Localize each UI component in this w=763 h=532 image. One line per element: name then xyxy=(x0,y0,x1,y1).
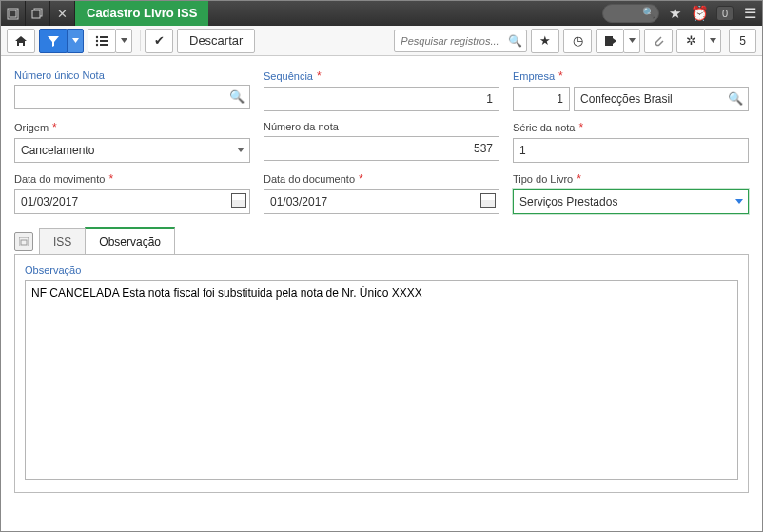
svg-rect-9 xyxy=(100,44,108,46)
form-area: Número único Nota 🔍 Sequência* Empresa* xyxy=(1,56,762,227)
export-dropdown[interactable] xyxy=(623,29,640,53)
collapse-tabs-button[interactable] xyxy=(14,232,33,251)
window-close-icon[interactable]: ✕ xyxy=(50,1,75,26)
origem-select[interactable]: Cancelamento xyxy=(14,138,250,163)
toolbar: ✔ Descartar 🔍 ★ ◷ ✲ 5 xyxy=(1,26,762,56)
svg-rect-5 xyxy=(100,36,108,38)
window-title: Cadastro Livro ISS xyxy=(75,1,208,26)
svg-point-4 xyxy=(96,35,98,37)
notification-badge[interactable]: 0 xyxy=(716,6,734,21)
data-mov-label: Data do movimento* xyxy=(14,172,250,186)
search-icon: 🔍 xyxy=(508,34,522,48)
tipo-livro-select[interactable]: Serviços Prestados xyxy=(513,189,749,214)
favorite-button[interactable]: ★ xyxy=(531,29,559,53)
numero-nota-input[interactable] xyxy=(264,136,499,161)
titlebar: ✕ Cadastro Livro ISS 🔍 ★ ⏰ 0 ☰ xyxy=(1,1,762,26)
svg-rect-12 xyxy=(21,240,27,245)
tab-iss[interactable]: ISS xyxy=(39,228,86,254)
svg-rect-1 xyxy=(10,10,16,17)
export-button[interactable] xyxy=(596,29,624,53)
origem-label: Origem* xyxy=(14,121,250,134)
settings-dropdown[interactable] xyxy=(704,29,721,53)
svg-rect-3 xyxy=(32,10,40,18)
calendar-icon[interactable] xyxy=(231,193,246,208)
search-records[interactable]: 🔍 xyxy=(394,30,527,52)
calendar-icon[interactable] xyxy=(480,193,496,208)
confirm-button[interactable]: ✔ xyxy=(145,29,173,53)
list-button[interactable] xyxy=(88,29,116,53)
sequencia-input[interactable] xyxy=(264,87,499,111)
observacao-textarea[interactable] xyxy=(25,280,738,480)
discard-button[interactable]: Descartar xyxy=(177,29,255,53)
data-doc-label: Data do documento* xyxy=(264,172,499,186)
data-mov-input[interactable] xyxy=(14,189,250,214)
observacao-label: Observação xyxy=(25,265,738,276)
filter-dropdown[interactable] xyxy=(67,29,84,53)
timer-button[interactable]: ◷ xyxy=(563,29,592,53)
topbar-search[interactable]: 🔍 xyxy=(602,4,659,23)
tab-panel-observacao: Observação xyxy=(14,254,749,493)
numero-nota-label: Número da nota xyxy=(264,121,499,132)
empresa-name-input[interactable] xyxy=(574,87,749,111)
svg-point-8 xyxy=(96,43,98,45)
empresa-code-input[interactable] xyxy=(513,87,570,111)
serie-nota-input[interactable] xyxy=(513,138,749,163)
search-icon: 🔍 xyxy=(642,7,655,19)
svg-rect-10 xyxy=(605,36,613,46)
numero-unico-input[interactable] xyxy=(14,85,250,109)
sequencia-label: Sequência* xyxy=(264,69,499,83)
data-doc-input[interactable] xyxy=(264,189,499,214)
filter-button[interactable] xyxy=(39,29,68,53)
settings-button[interactable]: ✲ xyxy=(676,29,705,53)
empresa-label: Empresa* xyxy=(513,69,749,83)
menu-icon[interactable]: ☰ xyxy=(737,1,762,26)
numero-unico-label: Número único Nota xyxy=(14,69,250,81)
record-counter: 5 xyxy=(729,29,756,53)
home-button[interactable] xyxy=(7,29,35,53)
alarm-icon[interactable]: ⏰ xyxy=(688,1,713,26)
star-icon[interactable]: ★ xyxy=(663,1,688,26)
svg-rect-7 xyxy=(100,40,108,42)
window-fullscreen-icon[interactable] xyxy=(1,1,26,26)
serie-nota-label: Série da nota* xyxy=(513,121,749,134)
search-records-input[interactable] xyxy=(394,30,527,52)
tab-observacao[interactable]: Observação xyxy=(85,227,175,254)
window-restore-icon[interactable] xyxy=(26,1,50,26)
list-dropdown[interactable] xyxy=(115,29,132,53)
attachment-button[interactable] xyxy=(644,29,673,53)
svg-point-6 xyxy=(96,39,98,41)
tipo-livro-label: Tipo do Livro* xyxy=(513,172,749,186)
